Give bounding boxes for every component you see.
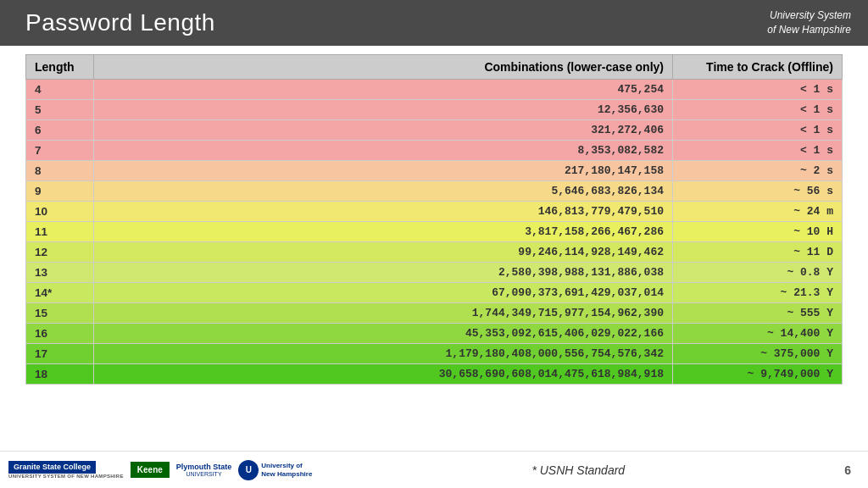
university-logo: University System of New Hampshire: [767, 8, 851, 37]
footer: Granite State College UNIVERSITY SYSTEM …: [0, 451, 868, 488]
cell-combinations: 8,353,082,582: [94, 140, 673, 160]
cell-time: ~ 555 Y: [673, 302, 843, 323]
cell-length: 10: [26, 201, 94, 221]
cell-time: ~ 9,749,000 Y: [673, 363, 843, 384]
cell-combinations: 5,646,683,826,134: [94, 180, 673, 201]
cell-length: 11: [26, 221, 94, 241]
gsc-sub: UNIVERSITY SYSTEM OF NEW HAMPSHIRE: [8, 474, 124, 479]
table-row: 10146,813,779,479,510~ 24 m: [26, 201, 843, 221]
table-row: 132,580,398,988,131,886,038~ 0.8 Y: [26, 262, 843, 282]
table-row: 113,817,158,266,467,286~ 10 H: [26, 221, 843, 241]
cell-length: 6: [26, 119, 94, 140]
cell-combinations: 1,744,349,715,977,154,962,390: [94, 302, 673, 323]
table-container: Length Combinations (lower-case only) Ti…: [25, 54, 843, 442]
page-title: Password Length: [25, 9, 215, 36]
col-time: Time to Crack (Offline): [673, 54, 843, 79]
footer-note: * USNH Standard: [531, 463, 625, 477]
cell-time: ~ 56 s: [673, 180, 843, 201]
cell-length: 14*: [26, 282, 94, 302]
cell-time: < 1 s: [673, 99, 843, 119]
cell-time: < 1 s: [673, 119, 843, 140]
cell-combinations: 2,580,398,988,131,886,038: [94, 262, 673, 282]
cell-combinations: 45,353,092,615,406,029,022,166: [94, 323, 673, 343]
cell-length: 7: [26, 140, 94, 160]
table-row: 6321,272,406< 1 s: [26, 119, 843, 140]
cell-length: 15: [26, 302, 94, 323]
content-area: Length Combinations (lower-case only) Ti…: [0, 46, 868, 451]
cell-time: ~ 2 s: [673, 160, 843, 180]
cell-length: 18: [26, 363, 94, 384]
cell-time: < 1 s: [673, 79, 843, 99]
cell-combinations: 30,658,690,608,014,475,618,984,918: [94, 363, 673, 384]
table-header-row: Length Combinations (lower-case only) Ti…: [26, 54, 843, 79]
table-row: 8217,180,147,158~ 2 s: [26, 160, 843, 180]
table-row: 1830,658,690,608,014,475,618,984,918~ 9,…: [26, 363, 843, 384]
cell-combinations: 12,356,630: [94, 99, 673, 119]
password-table: Length Combinations (lower-case only) Ti…: [25, 54, 843, 385]
table-row: 1645,353,092,615,406,029,022,166~ 14,400…: [26, 323, 843, 343]
table-row: 171,179,180,408,000,556,754,576,342~ 375…: [26, 343, 843, 363]
table-row: 14*67,090,373,691,429,037,014~ 21.3 Y: [26, 282, 843, 302]
table-row: 78,353,082,582< 1 s: [26, 140, 843, 160]
slide: Password Length University System of New…: [0, 0, 868, 488]
cell-time: ~ 10 H: [673, 221, 843, 241]
cell-length: 9: [26, 180, 94, 201]
cell-length: 5: [26, 99, 94, 119]
cell-length: 12: [26, 241, 94, 262]
cell-combinations: 3,817,158,266,467,286: [94, 221, 673, 241]
header: Password Length University System of New…: [0, 0, 868, 46]
table-row: 1299,246,114,928,149,462~ 11 D: [26, 241, 843, 262]
unh-logo: U University of New Hampshire: [238, 460, 312, 480]
cell-length: 17: [26, 343, 94, 363]
granite-state-logo: Granite State College UNIVERSITY SYSTEM …: [8, 461, 124, 480]
table-row: 512,356,630< 1 s: [26, 99, 843, 119]
cell-time: ~ 0.8 Y: [673, 262, 843, 282]
cell-time: ~ 24 m: [673, 201, 843, 221]
cell-length: 16: [26, 323, 94, 343]
keene-logo: Keene: [131, 462, 170, 478]
cell-length: 8: [26, 160, 94, 180]
cell-combinations: 321,272,406: [94, 119, 673, 140]
plymouth-logo: Plymouth State UNIVERSITY: [176, 463, 232, 478]
cell-combinations: 146,813,779,479,510: [94, 201, 673, 221]
cell-combinations: 67,090,373,691,429,037,014: [94, 282, 673, 302]
cell-combinations: 217,180,147,158: [94, 160, 673, 180]
table-row: 4475,254< 1 s: [26, 79, 843, 99]
footer-logos: Granite State College UNIVERSITY SYSTEM …: [8, 460, 312, 480]
table-row: 151,744,349,715,977,154,962,390~ 555 Y: [26, 302, 843, 323]
col-combinations: Combinations (lower-case only): [94, 54, 673, 79]
cell-time: ~ 11 D: [673, 241, 843, 262]
cell-length: 4: [26, 79, 94, 99]
cell-combinations: 1,179,180,408,000,556,754,576,342: [94, 343, 673, 363]
cell-time: ~ 14,400 Y: [673, 323, 843, 343]
cell-length: 13: [26, 262, 94, 282]
cell-time: ~ 21.3 Y: [673, 282, 843, 302]
cell-combinations: 99,246,114,928,149,462: [94, 241, 673, 262]
page-number: 6: [844, 463, 851, 477]
cell-combinations: 475,254: [94, 79, 673, 99]
table-row: 95,646,683,826,134~ 56 s: [26, 180, 843, 201]
col-length: Length: [26, 54, 94, 79]
gsc-logo-text: Granite State College: [8, 461, 96, 474]
cell-time: ~ 375,000 Y: [673, 343, 843, 363]
cell-time: < 1 s: [673, 140, 843, 160]
